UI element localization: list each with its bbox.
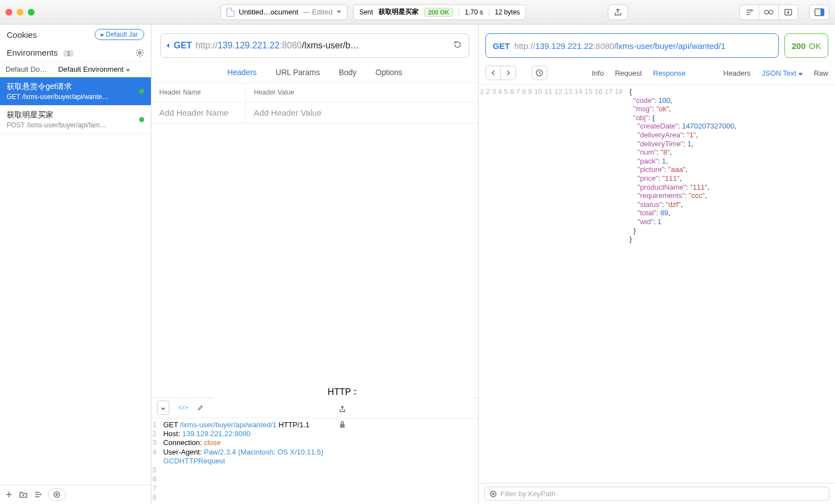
response-size: 12 bytes [495, 8, 520, 16]
tab-url-params[interactable]: URL Params [276, 68, 320, 77]
link-button[interactable] [759, 4, 779, 20]
request-tabs: Headers URL Params Body Options [151, 63, 478, 83]
tab-headers[interactable]: Headers [723, 69, 750, 77]
request-list-item[interactable]: 获取悬赏令get请求GET /lxms-user/buyer/api/wante… [0, 77, 151, 106]
reload-icon[interactable] [451, 38, 464, 53]
default-jar-button[interactable]: ▸ Default Jar [95, 29, 144, 40]
svg-point-5 [139, 52, 141, 54]
chevron-down-icon [337, 11, 341, 13]
request-code-toolbar: </> HTTP [151, 398, 478, 418]
request-item-subtitle: GET /lxms-user/buyer/api/wante… [7, 93, 144, 101]
raw-request-preview: 12345678 GET /lxms-user/buyer/api/wanted… [151, 418, 478, 504]
status-dot-icon [139, 117, 144, 122]
tab-default-domain[interactable]: Default Do… [0, 62, 52, 77]
request-list-item[interactable]: 获取明星买家POST /lxms-user/buyer/api/fam… [0, 106, 151, 134]
request-panel: GET http://139.129.221.22:8080/lxms-user… [151, 24, 479, 504]
sort-button[interactable] [739, 4, 759, 20]
target-icon [53, 491, 61, 498]
divider [489, 8, 489, 16]
header-value-input[interactable]: Add Header Value [246, 102, 329, 123]
tab-response[interactable]: Response [653, 69, 686, 77]
titlebar: Untitled…ocument — Edited Sent 获取明星买家 20… [0, 0, 835, 24]
tab-info[interactable]: Info [592, 69, 604, 77]
sent-request-name: 获取明星买家 [379, 7, 419, 17]
edited-indicator: — Edited [303, 8, 332, 16]
request-url-bar[interactable]: GET http://139.129.221.22:8080/lxms-user… [160, 33, 469, 58]
history-forward-button[interactable] [500, 66, 516, 80]
svg-point-10 [490, 491, 496, 497]
share-icon[interactable] [338, 405, 346, 413]
sidebar: Cookies ▸ Default Jar Environments 1 Def… [0, 24, 151, 504]
env-count-badge: 1 [63, 50, 73, 57]
toolbar-group [739, 4, 798, 20]
tab-json-text[interactable]: JSON Text [762, 69, 803, 77]
header-name-col: Header Name [151, 83, 246, 102]
chevron-down-icon [126, 69, 130, 72]
response-status: 200OK [784, 33, 828, 58]
http-method[interactable]: GET [174, 41, 192, 51]
list-settings-icon[interactable] [33, 490, 42, 499]
close-window-icon[interactable] [6, 9, 12, 16]
method-picker-icon[interactable] [166, 43, 169, 48]
code-icon[interactable]: </> [178, 403, 188, 412]
response-url-bar[interactable]: GET http://139.129.221.22:8080/lxms-user… [485, 33, 779, 58]
svg-point-11 [493, 493, 494, 495]
new-folder-icon[interactable] [19, 490, 28, 499]
maximize-window-icon[interactable] [28, 9, 35, 16]
chevron-down-icon [798, 73, 803, 76]
add-icon[interactable] [4, 490, 13, 499]
tab-headers[interactable]: Headers [227, 68, 257, 77]
document-title-chip[interactable]: Untitled…ocument — Edited [220, 4, 347, 20]
request-url[interactable]: http://139.129.221.22:8080/lxms-user/b… [195, 41, 448, 51]
tab-options[interactable]: Options [376, 68, 402, 77]
svg-point-0 [765, 10, 769, 14]
history-back-button[interactable] [485, 66, 501, 80]
edit-icon[interactable] [197, 403, 204, 412]
history-button[interactable] [532, 66, 547, 80]
panel-toggle-button[interactable] [809, 4, 829, 20]
status-dot-icon [139, 89, 144, 94]
sidebar-search[interactable] [48, 488, 66, 501]
svg-point-1 [769, 10, 773, 14]
import-button[interactable] [778, 4, 798, 20]
request-item-title: 获取明星买家 [7, 110, 144, 120]
keypath-filter-input[interactable]: Filter by KeyPath [484, 487, 829, 501]
share-button[interactable] [608, 4, 628, 20]
tab-raw[interactable]: Raw [814, 69, 828, 77]
dropdown-icon[interactable] [157, 401, 169, 415]
sidebar-bottom-toolbar [0, 485, 151, 504]
request-status-chip: Sent 获取明星买家 200 OK 1.70 s 12 bytes [353, 4, 526, 20]
response-tabs-row: Info Request Response Headers JSON Text … [479, 63, 835, 85]
sidebar-tabs: Default Do… Default Environment [0, 62, 151, 77]
status-badge: 200 OK [424, 8, 453, 17]
svg-rect-4 [821, 9, 824, 16]
gear-icon[interactable] [135, 48, 144, 57]
tab-request[interactable]: Request [615, 69, 642, 77]
environments-heading: Environments [7, 48, 58, 57]
window-controls [6, 9, 35, 16]
document-name: Untitled…ocument [239, 8, 298, 16]
target-icon [489, 490, 497, 498]
request-item-title: 获取悬赏令get请求 [7, 82, 144, 92]
minimize-window-icon[interactable] [17, 9, 23, 16]
divider [459, 8, 459, 16]
code-type-picker[interactable]: HTTP [328, 387, 358, 397]
svg-point-6 [54, 492, 60, 497]
response-time: 1.70 s [465, 8, 483, 16]
sent-label: Sent [359, 8, 373, 16]
header-name-input[interactable]: Add Header Name [151, 102, 246, 123]
cookies-heading: Cookies [7, 30, 37, 39]
tab-default-environment[interactable]: Default Environment [52, 62, 135, 77]
json-response-view[interactable]: 1 2 3 4 5 6 7 8 9 10 11 12 13 14 15 16 1… [479, 85, 835, 483]
response-url: http://139.129.221.22:8080/lxms-user/buy… [514, 41, 725, 51]
header-value-col: Header Value [246, 83, 302, 102]
document-icon [227, 8, 234, 17]
request-item-subtitle: POST /lxms-user/buyer/api/fam… [7, 121, 144, 129]
tab-body[interactable]: Body [339, 68, 357, 77]
headers-table: Header Name Header Value Add Header Name… [151, 83, 478, 398]
svg-point-7 [56, 494, 58, 496]
response-panel: GET http://139.129.221.22:8080/lxms-user… [479, 24, 835, 504]
